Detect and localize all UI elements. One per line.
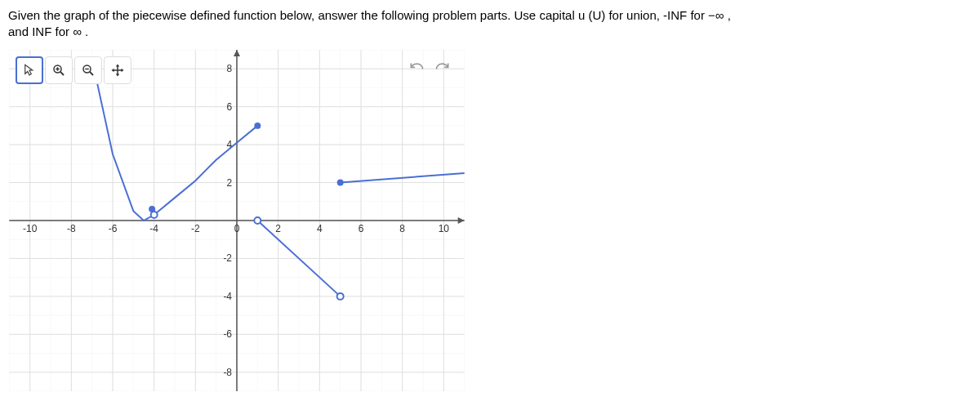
move-icon: [110, 63, 125, 78]
zoom-in-icon: [51, 63, 66, 78]
svg-text:-8: -8: [67, 223, 76, 234]
svg-line-5: [90, 72, 93, 75]
svg-text:2: 2: [226, 177, 232, 189]
svg-text:4: 4: [317, 223, 323, 234]
svg-text:-2: -2: [191, 223, 200, 234]
infinity-symbol: ∞: [73, 25, 82, 38]
axes-group: [9, 50, 464, 391]
svg-point-94: [149, 206, 155, 212]
svg-text:2: 2: [275, 223, 281, 234]
undo-button[interactable]: [404, 56, 429, 81]
zoom-out-icon: [81, 63, 96, 78]
svg-text:6: 6: [226, 101, 232, 113]
graph-toolbar-left: [16, 56, 131, 84]
svg-point-96: [337, 293, 344, 300]
zoom-in-button[interactable]: [45, 56, 73, 84]
problem-instruction: Given the graph of the piecewise defined…: [8, 4, 972, 49]
svg-point-95: [254, 217, 261, 224]
svg-text:-10: -10: [23, 223, 38, 234]
svg-text:8: 8: [226, 63, 232, 74]
svg-text:-6: -6: [109, 223, 118, 234]
svg-text:-8: -8: [223, 367, 232, 378]
move-button[interactable]: [104, 56, 131, 84]
svg-line-1: [60, 72, 64, 75]
instruction-text-3: and INF for: [8, 25, 73, 38]
undo-icon: [408, 60, 425, 77]
instruction-text-2: ,: [724, 8, 731, 22]
cursor-icon: [22, 63, 37, 78]
cursor-button[interactable]: [16, 56, 43, 84]
svg-point-97: [337, 180, 344, 186]
svg-point-92: [254, 123, 261, 129]
svg-text:0: 0: [234, 223, 240, 234]
svg-text:6: 6: [359, 223, 364, 234]
instruction-text-4: .: [82, 25, 88, 38]
redo-icon: [434, 60, 451, 77]
graph-toolbar-right: [404, 56, 455, 81]
svg-marker-71: [458, 217, 465, 224]
svg-text:-2: -2: [223, 252, 232, 264]
svg-marker-72: [234, 50, 240, 56]
zoom-out-button[interactable]: [74, 56, 102, 84]
svg-text:8: 8: [399, 223, 405, 234]
svg-point-93: [151, 212, 158, 218]
graph-svg[interactable]: -10-8-6-4-20246810-8-6-4-22468: [9, 50, 465, 391]
neg-infinity-symbol: −∞: [708, 8, 724, 22]
svg-text:10: 10: [439, 223, 450, 234]
svg-text:-4: -4: [223, 291, 232, 302]
redo-button[interactable]: [430, 56, 455, 81]
svg-text:-4: -4: [149, 223, 158, 234]
graph-container: -10-8-6-4-20246810-8-6-4-22468: [8, 49, 466, 392]
instruction-text-1: Given the graph of the piecewise defined…: [8, 8, 708, 22]
svg-text:-6: -6: [223, 328, 232, 340]
